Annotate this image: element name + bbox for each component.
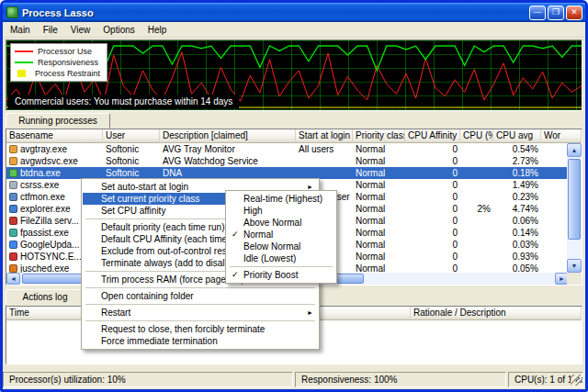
menu-item-open-containing-folder[interactable]: Open containing folder xyxy=(83,290,318,302)
process-row-avgtray-exe[interactable]: avgtray.exeSoftonicAVG Tray MonitorAll u… xyxy=(6,143,567,155)
menubar-item-view[interactable]: View xyxy=(64,23,97,37)
cell-affinity: 0 xyxy=(405,239,460,251)
column-header-start-at-login[interactable]: Start at login xyxy=(296,129,353,143)
processor-use-swatch xyxy=(15,50,33,52)
cell-priority: Normal xyxy=(353,251,405,263)
status-cpus: CPU(s): 1 of 1 active xyxy=(508,372,583,387)
legend-label: Process Restraint xyxy=(35,69,100,78)
scroll-down-icon[interactable]: ▼ xyxy=(567,259,582,273)
cell-cpu_avg: 0.23% xyxy=(493,191,541,203)
minimize-button[interactable]: — xyxy=(529,6,546,20)
cell-priority: Normal xyxy=(353,191,405,203)
process-row-avgwdsvc-exe[interactable]: avgwdsvc.exeSoftonicAVG Watchdog Service… xyxy=(6,155,567,167)
cell-cpu_avg: 1.49% xyxy=(493,179,541,191)
cell-priority: Normal xyxy=(353,203,405,215)
menu-item-restart[interactable]: Restart► xyxy=(83,307,318,319)
cell-ws xyxy=(541,179,567,191)
status-responsiveness: Responsiveness: 100% xyxy=(295,372,506,387)
menu-bar: MainFileViewOptionsHelp xyxy=(3,22,585,38)
ctfmon-icon xyxy=(9,193,17,201)
log-column-header-rationale-description[interactable]: Rationale / Description xyxy=(411,307,582,320)
tab-actions-log[interactable]: Actions log xyxy=(6,289,85,305)
resize-grip[interactable] xyxy=(571,375,582,386)
column-header-user[interactable]: User xyxy=(103,129,160,143)
cell-cpu_avg: 0.18% xyxy=(493,167,541,179)
avg-watchdog-icon xyxy=(9,157,17,165)
submenu-item-normal[interactable]: ✓Normal xyxy=(227,229,335,241)
menu-separator xyxy=(85,320,315,321)
column-header-cpu-[interactable]: CPU (%) xyxy=(460,129,493,143)
cell-affinity: 0 xyxy=(405,251,460,263)
cell-description: AVG Watchdog Service xyxy=(160,155,296,167)
window-title: Process Lasso xyxy=(22,7,527,18)
titlebar: Process Lasso — ❐ ✕ xyxy=(3,3,585,22)
maximize-button[interactable]: ❐ xyxy=(548,6,564,20)
filezilla-icon xyxy=(9,217,17,225)
bittorrent-dna-icon xyxy=(9,169,17,177)
close-button[interactable]: ✕ xyxy=(566,6,582,20)
hotsync-icon xyxy=(9,252,17,261)
cell-cpu xyxy=(460,179,493,191)
cell-priority: Normal xyxy=(353,179,405,191)
menubar-item-options[interactable]: Options xyxy=(96,23,141,37)
cell-cpu xyxy=(460,251,493,263)
scrollbar-corner xyxy=(567,273,582,285)
menubar-item-file[interactable]: File xyxy=(37,23,64,37)
submenu-item-priority-boost[interactable]: ✓Priority Boost xyxy=(227,269,335,281)
cell-cpu_avg: 2.73% xyxy=(493,155,541,167)
license-banner: Commercial users: You must purchase with… xyxy=(8,95,239,108)
graph-legend: Processor UseResponsivenessProcess Restr… xyxy=(10,43,107,82)
app-icon[interactable] xyxy=(6,6,18,18)
submenu-item-below-normal[interactable]: Below Normal xyxy=(227,241,335,252)
cell-priority: Normal xyxy=(353,239,405,251)
cell-ws xyxy=(541,215,567,227)
legend-item: Process Restraint xyxy=(15,68,100,79)
vertical-scrollbar[interactable]: ▲ ▼ xyxy=(567,143,582,273)
cell-affinity: 0 xyxy=(405,203,460,215)
cell-affinity: 0 xyxy=(405,215,460,227)
cell-ws xyxy=(541,155,567,167)
menu-item-force-immediate-termination[interactable]: Force immediate termination xyxy=(83,335,318,347)
menu-separator xyxy=(85,287,315,288)
submenu-item-high[interactable]: High xyxy=(227,205,335,217)
menu-separator xyxy=(85,304,315,305)
submenu-item-above-normal[interactable]: Above Normal xyxy=(227,217,335,229)
scroll-up-icon[interactable]: ▲ xyxy=(567,143,582,157)
cell-user: Softonic xyxy=(103,143,160,155)
cell-priority: Normal xyxy=(353,143,405,155)
performance-graph-panel: Processor UseResponsivenessProcess Restr… xyxy=(6,39,582,111)
menu-item-request-to-close-then-forcibly-terminate[interactable]: Request to close, then forcibly terminat… xyxy=(83,323,318,335)
explorer-icon xyxy=(9,205,17,213)
status-bar: Processor(s) utilization: 10% Responsive… xyxy=(3,370,585,389)
tab-running-processes[interactable]: Running processes xyxy=(6,113,110,129)
cell-cpu_avg: 4.74% xyxy=(493,203,541,215)
column-header-cpu-affinity[interactable]: CPU Affinity xyxy=(405,129,460,143)
cell-affinity: 0 xyxy=(405,143,460,155)
menubar-item-help[interactable]: Help xyxy=(141,23,174,37)
cell-affinity: 0 xyxy=(405,191,460,203)
column-header-description-claimed-[interactable]: Description [claimed] xyxy=(160,129,296,143)
cell-cpu_avg: 0.14% xyxy=(493,227,541,239)
cell-cpu_avg: 0.54% xyxy=(493,143,541,155)
cell-start_at_login xyxy=(296,155,353,167)
column-header-cpu-avg[interactable]: CPU avg xyxy=(493,129,541,143)
cell-affinity: 0 xyxy=(405,179,460,191)
column-header-basename[interactable]: Basename xyxy=(6,129,103,143)
column-header-priority-class[interactable]: Priority class xyxy=(353,129,405,143)
cell-cpu xyxy=(460,155,493,167)
cell-cpu xyxy=(460,215,493,227)
cell-ws xyxy=(541,239,567,251)
submenu-item-real-time-highest-[interactable]: Real-time (Highest) xyxy=(227,193,335,205)
column-header-wor[interactable]: Wor xyxy=(541,129,582,143)
submenu-item-idle-lowest-[interactable]: Idle (Lowest) xyxy=(227,252,335,264)
vertical-scroll-thumb[interactable] xyxy=(568,159,581,240)
menubar-item-main[interactable]: Main xyxy=(4,23,37,37)
process-lasso-window: Process Lasso — ❐ ✕ MainFileViewOptionsH… xyxy=(0,0,588,392)
cell-cpu_avg: 0.03% xyxy=(493,239,541,251)
scroll-left-icon[interactable]: ◄ xyxy=(6,273,20,285)
legend-item: Responsiveness xyxy=(15,57,100,68)
cell-priority: Normal xyxy=(353,155,405,167)
cell-ws xyxy=(541,143,567,155)
cell-affinity: 0 xyxy=(405,167,460,179)
cell-priority: Normal xyxy=(353,215,405,227)
